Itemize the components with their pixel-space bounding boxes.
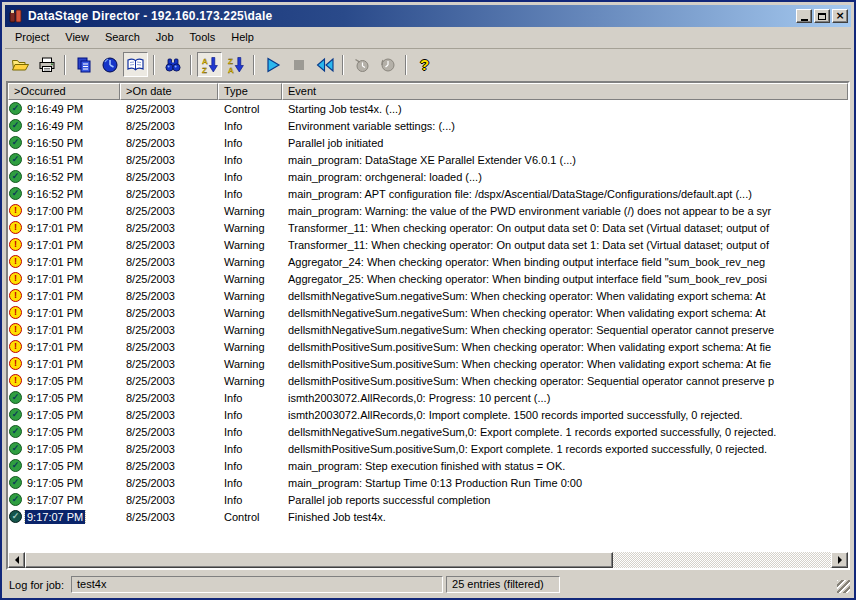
occurred-cell[interactable]: ✓9:17:05 PM: [8, 408, 120, 422]
menu-tools[interactable]: Tools: [182, 29, 224, 46]
occurred-cell[interactable]: !9:17:05 PM: [8, 374, 120, 388]
find-button[interactable]: [160, 52, 185, 77]
table-row[interactable]: !9:17:01 PM8/25/2003WarningTransformer_1…: [8, 236, 848, 253]
unschedule-button[interactable]: [375, 52, 400, 77]
column-header-event[interactable]: Event: [282, 83, 848, 100]
entry-count: 25 entries (filtered): [446, 576, 560, 593]
date-cell: 8/25/2003: [120, 409, 218, 421]
table-row[interactable]: !9:17:01 PM8/25/2003WarningAggregator_25…: [8, 270, 848, 287]
table-row[interactable]: !9:17:00 PM8/25/2003Warningmain_program:…: [8, 202, 848, 219]
close-icon: ×: [835, 11, 844, 21]
table-row[interactable]: !9:17:01 PM8/25/2003WarningdellsmithNega…: [8, 287, 848, 304]
column-header-occurred[interactable]: >Occurred: [8, 83, 120, 100]
occurred-cell[interactable]: ✓9:17:07 PM: [8, 493, 120, 507]
occurred-cell[interactable]: ✓9:17:05 PM: [8, 391, 120, 405]
menu-project[interactable]: Project: [7, 29, 57, 46]
arrow-left-icon: [15, 556, 19, 564]
occurred-cell[interactable]: ✓9:16:51 PM: [8, 153, 120, 167]
sort-descending-button[interactable]: Z A: [223, 52, 248, 77]
log-view-button[interactable]: [123, 52, 148, 77]
table-row[interactable]: ✓9:17:05 PM8/25/2003Infoismth2003072.All…: [8, 406, 848, 423]
table-row[interactable]: ✓9:16:52 PM8/25/2003Infomain_program: or…: [8, 168, 848, 185]
reset-button[interactable]: [312, 52, 337, 77]
table-row[interactable]: ✓9:16:52 PM8/25/2003Infomain_program: AP…: [8, 185, 848, 202]
table-row[interactable]: ✓9:17:05 PM8/25/2003Infoismth2003072.All…: [8, 389, 848, 406]
scroll-right-button[interactable]: [831, 552, 848, 568]
occurred-cell[interactable]: ✓9:17:05 PM: [8, 459, 120, 473]
occurred-cell[interactable]: !9:17:01 PM: [8, 272, 120, 286]
table-row[interactable]: !9:17:01 PM8/25/2003WarningTransformer_1…: [8, 219, 848, 236]
table-row[interactable]: !9:17:01 PM8/25/2003WarningdellsmithPosi…: [8, 338, 848, 355]
maximize-button[interactable]: [814, 9, 830, 23]
occurred-cell[interactable]: ✓9:17:05 PM: [8, 476, 120, 490]
occurred-time: 9:17:05 PM: [25, 408, 85, 422]
sort-ascending-button[interactable]: A Z: [197, 52, 222, 77]
print-button[interactable]: [34, 52, 59, 77]
horizontal-scrollbar[interactable]: [8, 552, 848, 568]
occurred-cell[interactable]: !9:17:00 PM: [8, 204, 120, 218]
title-bar[interactable]: DataStage Director - 192.160.173.225\dal…: [5, 5, 851, 27]
scroll-left-button[interactable]: [8, 552, 25, 568]
table-row[interactable]: ✓9:16:51 PM8/25/2003Infomain_program: Da…: [8, 151, 848, 168]
date-cell: 8/25/2003: [120, 443, 218, 455]
occurred-cell[interactable]: ✓9:16:52 PM: [8, 187, 120, 201]
table-row[interactable]: ✓9:17:05 PM8/25/2003InfodellsmithNegativ…: [8, 423, 848, 440]
date-cell: 8/25/2003: [120, 205, 218, 217]
occurred-cell[interactable]: !9:17:01 PM: [8, 357, 120, 371]
column-header-type[interactable]: Type: [218, 83, 282, 100]
stop-button[interactable]: [286, 52, 311, 77]
help-button[interactable]: ?: [412, 52, 437, 77]
menu-view[interactable]: View: [57, 29, 97, 46]
event-cell: dellsmithNegativeSum.negativeSum: When c…: [282, 307, 848, 319]
column-header-on-date[interactable]: >On date: [120, 83, 218, 100]
type-cell: Info: [218, 392, 282, 404]
resize-grip[interactable]: [837, 580, 850, 593]
run-button[interactable]: [260, 52, 285, 77]
occurred-cell[interactable]: ✓9:16:49 PM: [8, 102, 120, 116]
table-row[interactable]: ✓9:16:49 PM8/25/2003ControlStarting Job …: [8, 100, 848, 117]
table-row[interactable]: !9:17:05 PM8/25/2003WarningdellsmithPosi…: [8, 372, 848, 389]
table-row[interactable]: !9:17:01 PM8/25/2003WarningdellsmithNega…: [8, 321, 848, 338]
schedule-button[interactable]: [349, 52, 374, 77]
occurred-time: 9:16:51 PM: [25, 153, 85, 167]
occurred-cell[interactable]: !9:17:01 PM: [8, 306, 120, 320]
table-row[interactable]: !9:17:01 PM8/25/2003WarningAggregator_24…: [8, 253, 848, 270]
table-row[interactable]: ✓9:17:07 PM8/25/2003InfoParallel job rep…: [8, 491, 848, 508]
occurred-cell[interactable]: !9:17:01 PM: [8, 238, 120, 252]
occurred-cell[interactable]: !9:17:01 PM: [8, 221, 120, 235]
occurred-cell[interactable]: !9:17:01 PM: [8, 255, 120, 269]
occurred-cell[interactable]: !9:17:01 PM: [8, 289, 120, 303]
ok-check-icon: ✓: [9, 170, 22, 183]
occurred-cell[interactable]: ✓9:16:49 PM: [8, 119, 120, 133]
menu-job[interactable]: Job: [148, 29, 182, 46]
table-row[interactable]: ✓9:16:50 PM8/25/2003InfoParallel job ini…: [8, 134, 848, 151]
date-cell: 8/25/2003: [120, 171, 218, 183]
datastage-director-window: DataStage Director - 192.160.173.225\dal…: [0, 0, 856, 600]
event-cell: main_program: Step execution finished wi…: [282, 460, 848, 472]
scrollbar-thumb[interactable]: [25, 552, 613, 568]
occurred-time: 9:17:05 PM: [25, 374, 85, 388]
schedule-view-button[interactable]: [97, 52, 122, 77]
table-row[interactable]: !9:17:01 PM8/25/2003WarningdellsmithPosi…: [8, 355, 848, 372]
minimize-button[interactable]: [796, 9, 812, 23]
occurred-cell[interactable]: ✓9:16:50 PM: [8, 136, 120, 150]
occurred-cell[interactable]: ✓9:17:05 PM: [8, 425, 120, 439]
table-row[interactable]: ✓9:17:07 PM8/25/2003ControlFinished Job …: [8, 508, 848, 525]
table-row[interactable]: ✓9:16:49 PM8/25/2003InfoEnvironment vari…: [8, 117, 848, 134]
close-button[interactable]: ×: [832, 9, 848, 23]
occurred-cell[interactable]: ✓9:16:52 PM: [8, 170, 120, 184]
menu-search[interactable]: Search: [97, 29, 148, 46]
table-row[interactable]: !9:17:01 PM8/25/2003WarningdellsmithNega…: [8, 304, 848, 321]
table-row[interactable]: ✓9:17:05 PM8/25/2003Infomain_program: St…: [8, 457, 848, 474]
table-row[interactable]: ✓9:17:05 PM8/25/2003InfodellsmithPositiv…: [8, 440, 848, 457]
job-status-view-button[interactable]: [71, 52, 96, 77]
table-row[interactable]: ✓9:17:05 PM8/25/2003Infomain_program: St…: [8, 474, 848, 491]
occurred-cell[interactable]: !9:17:01 PM: [8, 323, 120, 337]
scrollbar-track[interactable]: [613, 552, 831, 568]
menu-help[interactable]: Help: [223, 29, 262, 46]
documents-icon: [75, 56, 93, 74]
occurred-cell[interactable]: ✓9:17:07 PM: [8, 510, 120, 524]
occurred-cell[interactable]: !9:17:01 PM: [8, 340, 120, 354]
open-button[interactable]: [8, 52, 33, 77]
occurred-cell[interactable]: ✓9:17:05 PM: [8, 442, 120, 456]
